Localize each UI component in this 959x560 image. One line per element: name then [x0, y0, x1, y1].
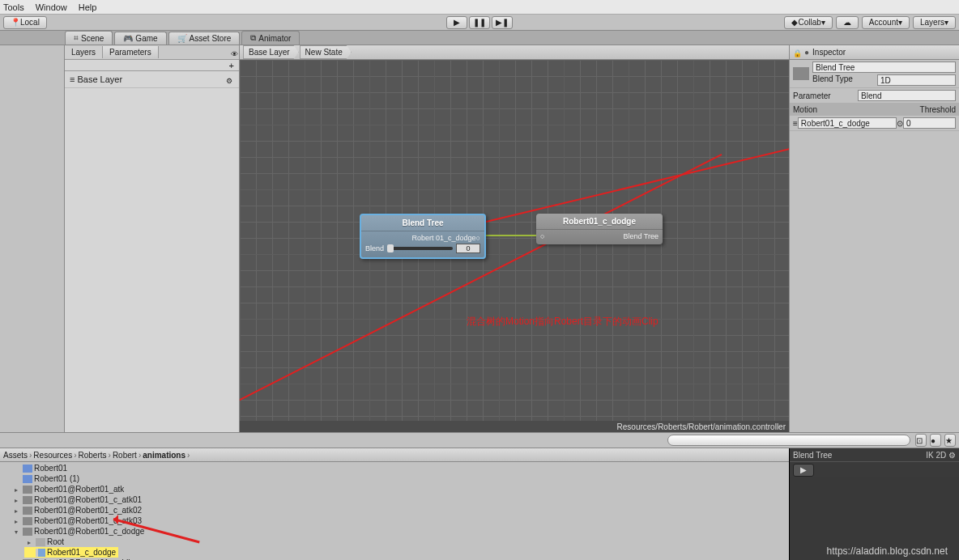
- anim-icon: [36, 549, 45, 557]
- blendtype-dropdown[interactable]: 1D: [877, 74, 956, 86]
- add-layer-button[interactable]: +: [229, 61, 234, 70]
- bc-base-layer[interactable]: Base Layer: [243, 45, 299, 59]
- eye-icon[interactable]: [231, 49, 239, 57]
- bone-icon: [36, 538, 45, 546]
- item-label: Robert01: [34, 464, 67, 473]
- item-label: Robert01@Robert01_c_dodge: [34, 527, 144, 536]
- tab-scene[interactable]: ⌗ Scene: [65, 31, 113, 45]
- pause-button[interactable]: ❚❚: [469, 16, 490, 29]
- blendtree-icon: [793, 67, 809, 80]
- filter-icon[interactable]: ★: [944, 434, 956, 447]
- right-toolbar: ◆ Collab ▾ ☁ Account ▾ Layers ▾: [784, 16, 956, 29]
- blendtree-name-field[interactable]: Blend Tree: [812, 62, 956, 73]
- picker-icon[interactable]: ⊙: [897, 119, 903, 128]
- preview-panel: Blend Tree IK 2D ⚙ ▶: [789, 448, 959, 560]
- local-button[interactable]: 📍Local: [3, 16, 47, 29]
- preview-play-button[interactable]: ▶: [793, 464, 814, 477]
- step-button[interactable]: ▶❚: [492, 16, 513, 29]
- blend-connection: [486, 235, 536, 236]
- graph-grid[interactable]: Blend Tree Robert 01_c_dodge ○ Blend 0 R…: [240, 60, 789, 421]
- annotation-line: [240, 154, 722, 432]
- inspector-tab[interactable]: ● Inspector: [790, 45, 959, 60]
- motion-list-row[interactable]: ≡ Robert01_c_dodge ⊙ 0: [790, 116, 959, 131]
- list-item[interactable]: Robert01: [11, 463, 789, 473]
- breadcrumb-item[interactable]: Robert: [113, 451, 137, 460]
- list-item[interactable]: Root: [24, 537, 789, 547]
- expand-icon[interactable]: [28, 537, 34, 546]
- account-button[interactable]: Account ▾: [862, 16, 910, 29]
- threshold-field[interactable]: 0: [903, 117, 956, 129]
- fbx-icon: [23, 507, 32, 515]
- watermark: https://aladdin.blog.csdn.net: [827, 545, 948, 557]
- fbx-icon: [23, 528, 32, 536]
- menubar: Tools Window Help: [0, 0, 959, 15]
- fbx-icon: [23, 517, 32, 525]
- expand-icon[interactable]: [15, 506, 21, 515]
- annotation-line: [483, 74, 789, 223]
- layers-button[interactable]: Layers ▾: [913, 16, 956, 29]
- top-toolbar: 📍Local ▶ ❚❚ ▶❚ ◆ Collab ▾ ☁ Account ▾ La…: [0, 15, 959, 31]
- animator-layers-panel: Layers Parameters + ≡ Base Layer: [65, 45, 240, 432]
- main-row: Layers Parameters + ≡ Base Layer Base La…: [0, 45, 959, 432]
- menu-tools[interactable]: Tools: [3, 2, 24, 12]
- list-item[interactable]: Robert01@Robert01_atk: [11, 484, 789, 494]
- tab-parameters[interactable]: Parameters: [103, 46, 159, 58]
- view-tabs: ⌗ Scene 🎮 Game 🛒 Asset Store ⧉ Animator: [0, 31, 959, 45]
- hierarchy-placeholder: [0, 45, 65, 432]
- parameter-dropdown[interactable]: Blend: [858, 90, 956, 101]
- item-label: Robert01@Robert01_c_atk01: [34, 495, 142, 504]
- node-title: Blend Tree: [361, 215, 484, 231]
- list-item[interactable]: Robert01_c_dodge: [24, 547, 118, 558]
- item-label: Robert01_c_dodge: [47, 548, 116, 557]
- cloud-button[interactable]: ☁: [836, 16, 859, 29]
- parameter-label: Parameter: [793, 91, 858, 100]
- blend-param-label: Blend: [365, 244, 384, 252]
- expand-icon[interactable]: [15, 485, 21, 494]
- breadcrumb-item[interactable]: animations: [143, 451, 185, 460]
- list-item[interactable]: Robert01 (1): [11, 473, 789, 484]
- tab-game[interactable]: 🎮 Game: [114, 32, 166, 45]
- prefab-icon: [23, 475, 32, 483]
- breadcrumb-item[interactable]: Resources: [33, 451, 72, 460]
- project-list[interactable]: Robert01Robert01 (1)Robert01@Robert01_at…: [0, 462, 789, 560]
- filter-icon[interactable]: ●: [930, 434, 941, 447]
- blend-tree-node[interactable]: Blend Tree Robert 01_c_dodge ○ Blend 0: [360, 214, 486, 259]
- ik-toggle[interactable]: IK: [926, 451, 933, 460]
- menu-help[interactable]: Help: [79, 2, 97, 12]
- tab-layers[interactable]: Layers: [65, 46, 103, 58]
- project-search[interactable]: [667, 435, 910, 446]
- breadcrumb-item[interactable]: Assets: [3, 451, 28, 460]
- blend-value[interactable]: 0: [456, 244, 480, 253]
- bc-new-state[interactable]: New State: [300, 45, 352, 59]
- expand-icon[interactable]: [15, 495, 21, 504]
- list-item[interactable]: Robert01@Robert01_c_atk01: [11, 494, 789, 505]
- motion-field[interactable]: Robert01_c_dodge: [798, 117, 897, 129]
- expand-icon[interactable]: [15, 516, 21, 525]
- expand-icon[interactable]: [15, 527, 21, 536]
- layer-base[interactable]: ≡ Base Layer: [65, 71, 239, 88]
- item-label: Root: [47, 537, 64, 546]
- filter-icon[interactable]: ⊡: [915, 434, 927, 447]
- inspector-panel: ● Inspector Blend Tree Blend Type 1D Par…: [789, 45, 959, 432]
- animator-breadcrumb: Base Layer New State: [240, 45, 789, 60]
- list-item[interactable]: Robert01@Robert01_c_atk02: [11, 505, 789, 515]
- lock-icon[interactable]: [793, 49, 801, 57]
- item-label: Robert01 (1): [34, 474, 79, 483]
- tab-assetstore[interactable]: 🛒 Asset Store: [168, 32, 241, 45]
- blend-slider[interactable]: [387, 247, 453, 250]
- list-item[interactable]: Robert01@Robert01_c_dodge: [11, 526, 789, 537]
- collab-button[interactable]: ◆ Collab ▾: [784, 16, 832, 29]
- tab-animator[interactable]: ⧉ Animator: [241, 31, 300, 45]
- item-label: Robert01@Robert01_c_atk02: [34, 506, 142, 515]
- bottom-row: Assets › Resources › Roberts › Robert › …: [0, 448, 959, 560]
- gear-icon[interactable]: [226, 75, 234, 83]
- breadcrumb-item[interactable]: Roberts: [79, 451, 107, 460]
- fbx-icon: [23, 486, 32, 494]
- menu-window[interactable]: Window: [36, 2, 67, 12]
- animator-graph[interactable]: Base Layer New State Blend Tree Robert 0…: [240, 45, 789, 432]
- motion-node[interactable]: Robert01_c_dodge ○ Blend Tree: [536, 214, 663, 244]
- motion-in-label: Blend Tree: [623, 232, 659, 240]
- play-button[interactable]: ▶: [446, 16, 467, 29]
- 2d-toggle[interactable]: 2D: [936, 451, 946, 460]
- preview-settings-icon[interactable]: ⚙: [948, 451, 956, 460]
